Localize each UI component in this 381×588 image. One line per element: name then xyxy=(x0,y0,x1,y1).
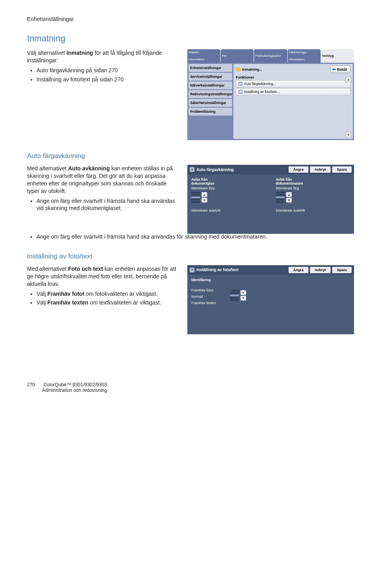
back-arrow-icon: ⬅ xyxy=(332,67,336,72)
page-number: 270 xyxy=(27,382,35,388)
slider-scale xyxy=(230,290,239,301)
col-title: Avläs fråndokumentglas xyxy=(191,177,266,185)
sidebar-item-problemlosning[interactable]: Problemlösning xyxy=(189,108,232,116)
foto-bullet-list: Välj Framhäv fotot om fotokvaliteten är … xyxy=(27,290,179,307)
foto-paragraph: Med alternativet Foto och text kan enhet… xyxy=(27,265,179,288)
tab-label: Förbrukningsvaror xyxy=(255,54,281,58)
tab-label: Fel xyxy=(222,54,226,58)
page-running-header: Enhetsinställningar xyxy=(27,16,354,22)
slider-label-bw: Intensivare svartvitt xyxy=(276,208,350,212)
sidebar-item-sakerhetsinstallningar[interactable]: Säkerhetsinställningar xyxy=(189,99,232,107)
text: Välj xyxy=(37,299,47,306)
page-footer: 270 ColorQube™ 9301/9302/9303 Administra… xyxy=(27,382,354,393)
list-item: Välj Framhäv texten om textkvaliteten är… xyxy=(37,299,179,307)
cancel-button[interactable]: Avbryt xyxy=(310,267,331,273)
tab-label: Maskin- xyxy=(189,50,204,54)
heading-inmatning: Inmatning xyxy=(27,33,354,44)
back-button-label: Bakåt xyxy=(337,67,347,71)
text: Välj xyxy=(37,291,47,297)
undo-button[interactable]: Ångra xyxy=(289,166,308,173)
text-bold: Auto avkänning xyxy=(68,165,110,172)
text-bold: Foto och text xyxy=(68,266,103,272)
footer-line1: ColorQube™ 9301/9302/9303 xyxy=(43,382,107,388)
tab-label: information xyxy=(289,58,308,61)
tab-maskininformation[interactable]: Maskin-information xyxy=(187,49,220,63)
list-item: Auto färgavkänning på sidan 270 xyxy=(37,67,179,74)
heading-foto-text: Inställning av foto/text xyxy=(27,253,354,260)
option-label: Framhäv texten xyxy=(191,301,225,305)
text: om textkvaliteten är viktigast. xyxy=(89,299,162,306)
slider-scale xyxy=(276,192,285,203)
auto-bullet-list: Ange om färg eller svartvitt i främsta h… xyxy=(27,197,179,212)
option-label: Inställning av foto/text... xyxy=(244,90,279,94)
dialog-title: Auto färgavkänning xyxy=(196,168,234,172)
cancel-button[interactable]: Avbryt xyxy=(310,166,331,173)
heading-auto-fargavkanning: Auto färgavkänning xyxy=(27,152,354,160)
text: om fotokvaliteten är viktigast. xyxy=(85,291,158,297)
text: Med alternativet xyxy=(27,165,68,172)
tool-icon xyxy=(239,90,242,94)
undo-button[interactable]: Ångra xyxy=(289,267,308,273)
slider-scale xyxy=(191,192,200,203)
folder-icon xyxy=(236,67,241,71)
text-bold: Framhäv fotot xyxy=(47,291,84,297)
list-item: Inställning av foto/text på sidan 270 xyxy=(37,76,179,83)
breadcrumb: Inmatning... xyxy=(236,67,262,71)
section-label-funktioner: Funktioner xyxy=(236,75,350,79)
text: Med alternativet xyxy=(27,266,68,272)
list-item: Ange om färg eller svartvitt i främsta h… xyxy=(37,233,354,241)
tab-faktureringsinformation[interactable]: Fakturerings-information xyxy=(288,49,321,63)
tab-forbrukningsvaror[interactable]: Förbrukningsvaror xyxy=(254,49,287,63)
slider-label-bw: Intensivare svartvitt xyxy=(191,208,266,212)
slider-label-color: Intensivare färg xyxy=(191,186,266,190)
wrench-icon xyxy=(190,268,194,272)
tab-label: information xyxy=(189,58,204,61)
text-bold: Framhäv texten xyxy=(47,299,88,306)
option-label: Framhäv fotot xyxy=(191,288,225,292)
arrow-down-button[interactable]: ▼ xyxy=(286,198,292,202)
arrow-up-button[interactable]: ▲ xyxy=(202,192,207,197)
back-button[interactable]: ⬅ Bakåt xyxy=(330,66,350,73)
arrow-down-button[interactable]: ▼ xyxy=(241,296,246,301)
option-auto-fargavkanning[interactable]: Auto färgavkänning... xyxy=(236,80,350,87)
scroll-up-button[interactable]: ▲ xyxy=(346,77,351,82)
section-label: Identifiering xyxy=(191,278,350,282)
scroll-down-button[interactable]: ▼ xyxy=(346,132,351,137)
arrow-up-button[interactable]: ▲ xyxy=(286,192,292,197)
arrow-up-button[interactable]: ▲ xyxy=(241,290,246,295)
sidebar-item-enhetsinstallningar[interactable]: Enhetsinställningar xyxy=(189,64,232,72)
inmatning-intro: Välj alternativet Inmatning för att få t… xyxy=(27,49,179,64)
list-item: Ange om färg eller svartvitt i främsta h… xyxy=(37,197,179,212)
tab-verktyg[interactable]: Verktyg xyxy=(321,49,354,63)
tab-label: Fakturerings- xyxy=(289,50,308,54)
option-label: Normal xyxy=(191,295,225,299)
dialog-auto-fargavkanning: Auto färgavkänning Ångra Avbryt Spara Av… xyxy=(187,165,354,234)
tab-label: Verktyg xyxy=(322,54,334,58)
inmatning-bullet-list: Auto färgavkänning på sidan 270 Inställn… xyxy=(27,67,179,83)
option-installning-foto-text[interactable]: Inställning av foto/text... xyxy=(236,88,350,95)
save-button[interactable]: Spara xyxy=(332,267,352,273)
dialog-foto-text: Inställning av foto/text Ångra Avbryt Sp… xyxy=(187,265,354,334)
list-item: Välj Framhäv fotot om fotokvaliteten är … xyxy=(37,290,179,298)
screenshot-inmatning: Maskin-information Fel Förbrukningsvaror… xyxy=(187,49,354,140)
breadcrumb-label: Inmatning... xyxy=(242,67,262,71)
option-label: Auto färgavkänning... xyxy=(244,82,276,86)
slider-label-color: Intensivare färg xyxy=(276,186,350,190)
auto-paragraph: Med alternativet Auto avkänning kan enhe… xyxy=(27,165,179,195)
text: Välj alternativet xyxy=(27,50,67,56)
text-bold: Inmatning xyxy=(67,50,93,56)
save-button[interactable]: Spara xyxy=(332,166,352,173)
footer-line2: Administration och redovisning xyxy=(42,388,107,393)
tab-fel[interactable]: Fel xyxy=(221,49,254,63)
auto-bullet-list-wide: Ange om färg eller svartvitt i främsta h… xyxy=(27,233,354,241)
dialog-title: Inställning av foto/text xyxy=(196,268,239,272)
arrow-down-button[interactable]: ▼ xyxy=(202,198,207,202)
sidebar-item-serviceinstallningar[interactable]: Serviceinställningar xyxy=(189,73,232,81)
sidebar-item-redovisningsinstallningar[interactable]: Redovisningsinställningar xyxy=(189,90,232,98)
tool-icon xyxy=(239,82,242,86)
wrench-icon xyxy=(190,167,194,172)
col-title: Avläs fråndokumentmatare xyxy=(276,177,350,185)
sidebar-item-natverksinstallningar[interactable]: Nätverksinställningar xyxy=(189,81,232,89)
